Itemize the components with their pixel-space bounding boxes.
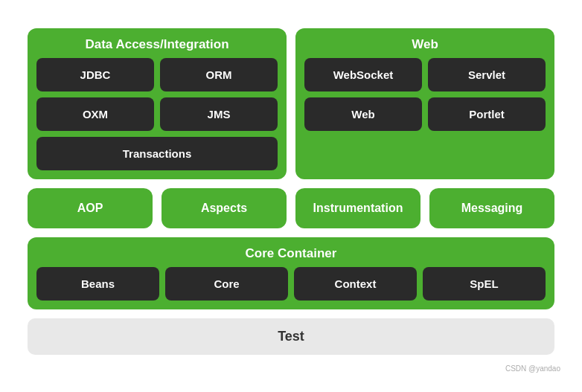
spel-item: SpEL — [423, 267, 546, 301]
messaging-box: Messaging — [429, 188, 554, 228]
aspects-box: Aspects — [162, 188, 287, 228]
beans-item: Beans — [36, 267, 159, 301]
core-row: Core Container Beans Core Context SpEL — [28, 237, 554, 309]
data-access-box: Data Access/Integration JDBC ORM OXM JMS… — [28, 28, 287, 179]
data-access-title: Data Access/Integration — [36, 37, 278, 52]
orm-item: ORM — [160, 58, 278, 91]
portlet-item: Portlet — [428, 97, 546, 131]
middle-row: AOP Aspects Instrumentation Messaging — [28, 188, 554, 228]
test-box: Test — [28, 318, 554, 355]
web-box: Web WebSocket Servlet Web Portlet — [295, 28, 554, 179]
jdbc-item: JDBC — [36, 58, 154, 91]
context-item: Context — [294, 267, 417, 301]
servlet-item: Servlet — [428, 58, 546, 91]
data-access-grid: JDBC ORM OXM JMS Transactions — [36, 58, 278, 170]
core-container-box: Core Container Beans Core Context SpEL — [28, 237, 554, 309]
watermark: CSDN @yandao — [505, 364, 560, 373]
test-row: Test — [28, 318, 554, 355]
core-container-title: Core Container — [36, 246, 546, 261]
web-item: Web — [304, 97, 422, 131]
top-row: Data Access/Integration JDBC ORM OXM JMS… — [28, 28, 554, 179]
aop-box: AOP — [28, 188, 153, 228]
websocket-item: WebSocket — [304, 58, 422, 91]
instrumentation-box: Instrumentation — [295, 188, 420, 228]
web-grid: WebSocket Servlet Web Portlet — [304, 58, 546, 131]
oxm-item: OXM — [36, 97, 154, 131]
transactions-item: Transactions — [36, 137, 278, 170]
core-item: Core — [165, 267, 288, 301]
diagram-wrapper: Data Access/Integration JDBC ORM OXM JMS… — [16, 16, 566, 376]
web-title: Web — [304, 37, 546, 52]
jms-item: JMS — [160, 97, 278, 131]
core-grid: Beans Core Context SpEL — [36, 267, 546, 301]
